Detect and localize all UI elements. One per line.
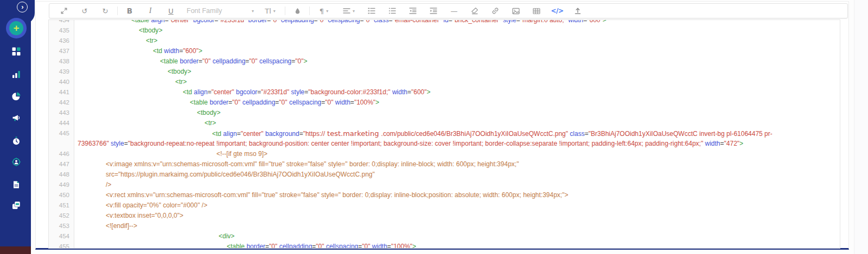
code-line-text: <td align="center" background="https:// …	[78, 128, 773, 139]
code-token: cellspacing	[328, 19, 360, 24]
sidebar-item-library[interactable]	[11, 201, 21, 211]
code-token: cellspacing	[259, 57, 291, 65]
code-line[interactable]: 443<tbody>	[49, 108, 840, 118]
outdent-button[interactable]	[406, 5, 420, 17]
code-line[interactable]: 440<tr>	[49, 77, 840, 87]
code-line[interactable]: 455<table border="0" cellpadding="0" cel…	[49, 242, 840, 249]
code-token: "600"	[587, 19, 603, 24]
align-button[interactable]: ▾	[340, 5, 358, 17]
code-token: width	[705, 140, 720, 147]
link-icon	[492, 7, 499, 15]
chevron-right-icon: ›	[21, 3, 23, 10]
code-token: "0"	[269, 243, 277, 249]
code-token: >	[216, 109, 220, 116]
code-token: "0"	[316, 243, 324, 249]
sidebar-item-templates[interactable]	[11, 180, 21, 190]
code-token: "0"	[364, 19, 372, 24]
unordered-list-button[interactable]	[385, 5, 399, 17]
code-line[interactable]: 438<table border="0" cellpadding="0" cel…	[49, 56, 840, 67]
sidebar-item-reports[interactable]	[11, 92, 21, 102]
text-size-icon: Tl	[265, 7, 271, 15]
sidebar-item-campaigns[interactable]	[11, 114, 21, 123]
insert-link-button[interactable]	[488, 5, 502, 17]
code-token: <tr	[205, 119, 212, 127]
code-line[interactable]: 434<table align="center" bgcolor="#233f1…	[49, 19, 840, 25]
fullscreen-button[interactable]	[57, 5, 71, 17]
code-token: cellpadding	[213, 57, 246, 65]
code-token: width	[335, 99, 350, 106]
code-line[interactable]: 442<table border="0" cellpadding="0" cel…	[49, 97, 840, 108]
code-line-text: <td width="600">	[78, 46, 202, 56]
add-button[interactable]: +	[6, 18, 27, 38]
code-line-text: <div>	[78, 231, 234, 242]
code-line[interactable]: 441<td align="center" bgcolor="#233f1d" …	[49, 87, 840, 97]
sidebar-item-analytics[interactable]	[11, 70, 21, 80]
code-line[interactable]: 452<v:textbox inset="0,0,0,0">	[49, 211, 840, 221]
insert-table-button[interactable]	[529, 5, 544, 17]
insert-image-button[interactable]	[509, 5, 523, 17]
code-token: "center"	[169, 19, 192, 24]
font-family-select[interactable]: Font Family ▾	[186, 5, 255, 17]
code-editor[interactable]: 434<table align="center" bgcolor="#233f1…	[48, 19, 840, 249]
code-line[interactable]: 445<td align="center" background="https:…	[49, 128, 840, 139]
layers-icon	[12, 201, 21, 210]
unordered-list-icon	[388, 7, 396, 15]
app-sidebar: › +	[0, 0, 31, 254]
horizontal-rule-button[interactable]: —	[447, 5, 461, 17]
upload-button[interactable]	[571, 5, 585, 17]
sidebar-item-audience[interactable]	[11, 158, 21, 167]
code-token: <table	[227, 243, 245, 249]
code-token: class	[374, 19, 388, 24]
code-rows: 434<table align="center" bgcolor="#233f1…	[49, 19, 840, 249]
code-line[interactable]: 436<tr>	[49, 36, 840, 46]
code-line[interactable]: 449/>	[49, 180, 840, 190]
line-number: 436	[49, 36, 69, 46]
code-line[interactable]: 446<!--[if gte mso 9]>	[49, 149, 840, 159]
code-line-text: <v:fill opacity="0%" color="#000" />	[78, 200, 207, 211]
sidebar-bottom-accent	[0, 246, 31, 254]
code-line[interactable]: 451<v:fill opacity="0%" color="#000" />	[49, 200, 840, 211]
code-line[interactable]: 437<td width="600">	[49, 46, 840, 56]
plus-icon: +	[9, 21, 23, 35]
line-number: 447	[49, 159, 69, 170]
code-token: <td	[212, 130, 221, 138]
code-line[interactable]: 444<tr>	[49, 118, 840, 128]
code-line-text: />	[78, 180, 111, 190]
undo-button[interactable]: ↺	[78, 5, 92, 17]
code-line[interactable]: 450<v:rect xmlns:v="urn:schemas-microsof…	[49, 190, 840, 200]
code-line-text: <![endif]-->	[78, 221, 137, 231]
code-line[interactable]: 73963766" style="background-repeat:no-re…	[49, 139, 840, 149]
code-line-text: <tr>	[78, 36, 157, 46]
font-size-select[interactable]: Tl ▾	[260, 5, 280, 17]
code-token: "0"	[362, 243, 370, 249]
bold-button[interactable]: B	[123, 5, 137, 17]
code-line[interactable]: 453<![endif]-->	[49, 221, 840, 231]
expand-sidebar-button[interactable]: ›	[17, 2, 28, 12]
code-line-text: src="https://plugin.markaimg.com/public/…	[78, 170, 375, 180]
paragraph-style-button[interactable]: ¶ ▾	[315, 5, 333, 17]
sidebar-item-automation[interactable]	[11, 136, 21, 146]
code-token: style	[503, 19, 516, 24]
redo-button[interactable]: ↻	[98, 5, 112, 17]
italic-button[interactable]: I	[143, 5, 157, 17]
clear-formatting-button[interactable]	[468, 5, 482, 17]
indent-button[interactable]	[426, 5, 441, 17]
toolbar-divider	[285, 6, 285, 15]
page-scrollbar[interactable]	[854, 0, 868, 254]
line-number: 444	[49, 118, 69, 128]
code-token: =	[387, 243, 391, 249]
underline-button[interactable]: U	[164, 5, 178, 17]
line-number: 455	[49, 242, 69, 249]
bar-chart-icon	[12, 70, 21, 79]
code-line[interactable]: 448src="https://plugin.markaimg.com/publ…	[49, 170, 840, 180]
sidebar-item-dashboard[interactable]	[11, 47, 21, 57]
align-left-icon	[343, 8, 350, 14]
code-line[interactable]: 439<tbody>	[49, 67, 840, 77]
line-number: 437	[49, 46, 69, 56]
code-line[interactable]: 435<tbody>	[49, 25, 840, 36]
code-line[interactable]: 447<v:image xmlns:v="urn:schemas-microso…	[49, 159, 840, 170]
text-color-button[interactable]	[290, 5, 304, 17]
code-view-button[interactable]: </>	[550, 5, 564, 17]
ordered-list-button[interactable]	[365, 5, 379, 17]
code-line[interactable]: 454<div>	[49, 231, 840, 242]
